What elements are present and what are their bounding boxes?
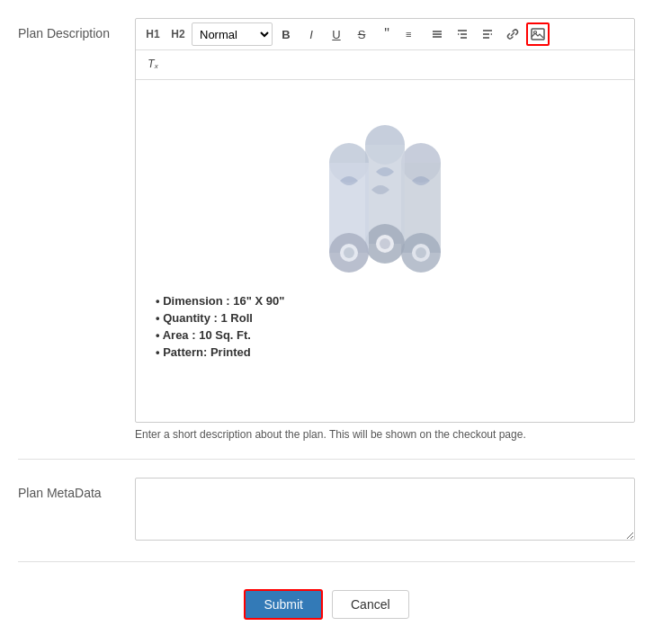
svg-rect-12 [532,29,544,40]
plan-description-content: H1 H2 Normal Heading 1 Heading 2 Heading… [135,18,635,441]
plan-metadata-label: Plan MetaData [18,478,135,503]
editor-body[interactable]: Dimension : 16" X 90" Quantity : 1 Roll … [136,80,634,422]
indent-left-button[interactable] [451,22,474,46]
h1-button[interactable]: H1 [141,22,165,46]
strikethrough-button[interactable]: S [350,22,373,46]
editor-image-container [147,91,623,280]
ordered-list-button[interactable]: ≡ [400,22,424,46]
svg-point-26 [416,247,426,258]
clear-format-button[interactable]: Tx [141,52,165,76]
form-actions: Submit Cancel [18,580,635,620]
format-select[interactable]: Normal Heading 1 Heading 2 Heading 3 [192,22,273,46]
bold-button[interactable]: B [274,22,298,46]
plan-description-label: Plan Description [18,18,135,43]
plan-metadata-row: Plan MetaData [18,478,635,562]
list-item: Pattern: Printed [156,345,623,359]
italic-button[interactable]: I [300,22,323,46]
submit-button[interactable]: Submit [244,589,323,620]
help-text: Enter a short description about the plan… [135,428,635,441]
svg-marker-11 [490,33,492,35]
underline-button[interactable]: U [325,22,348,46]
rich-text-editor: H1 H2 Normal Heading 1 Heading 2 Heading… [135,18,635,423]
unordered-list-button[interactable] [425,22,449,46]
wallpaper-image [295,91,475,280]
svg-point-24 [380,238,390,249]
list-item: Area : 10 Sq. Ft. [156,328,623,342]
editor-toolbar: H1 H2 Normal Heading 1 Heading 2 Heading… [136,19,634,50]
svg-marker-7 [458,33,460,35]
plan-description-row: Plan Description H1 H2 Normal Heading 1 … [18,18,635,460]
metadata-textarea[interactable] [135,478,635,541]
editor-toolbar-row2: Tx [136,50,634,80]
image-button[interactable] [526,22,550,46]
svg-point-28 [344,247,354,258]
link-button[interactable] [501,22,524,46]
plan-metadata-content [135,478,635,543]
h2-button[interactable]: H2 [166,22,190,46]
svg-text:≡: ≡ [406,29,411,40]
blockquote-button[interactable]: " [375,22,398,46]
list-item: Quantity : 1 Roll [156,311,623,325]
cancel-button[interactable]: Cancel [332,590,409,619]
list-item: Dimension : 16" X 90" [156,294,623,308]
product-specs-list: Dimension : 16" X 90" Quantity : 1 Roll … [147,294,623,359]
indent-right-button[interactable] [476,22,499,46]
